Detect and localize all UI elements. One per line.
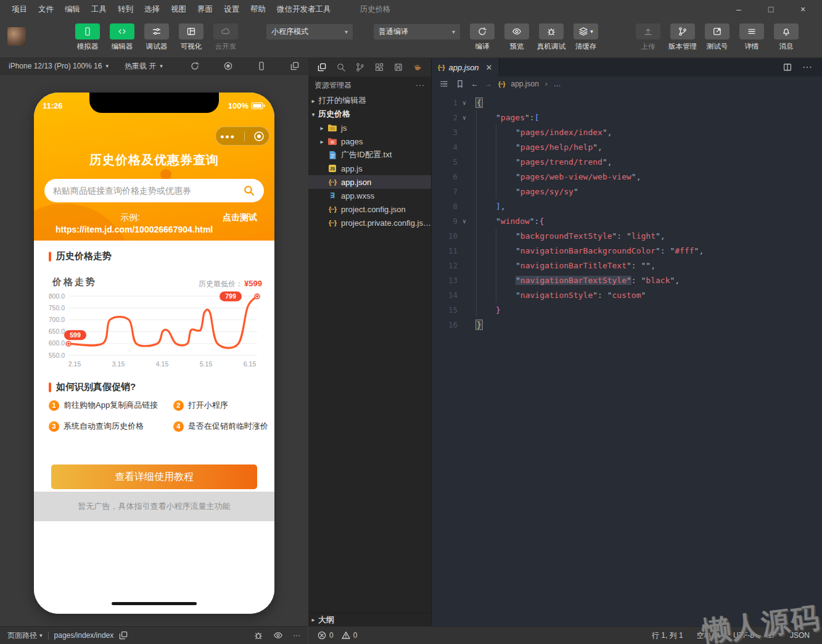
explorer-more-icon[interactable]: ··· xyxy=(416,81,425,89)
code-line-9[interactable]: 9∨"window": { xyxy=(432,213,822,228)
tree-item-project.private.config.js…[interactable]: {··}project.private.config.js… xyxy=(308,216,431,229)
code-line-8[interactable]: 8], xyxy=(432,199,822,213)
tree-section-1[interactable]: ▾历史价格 xyxy=(308,107,431,121)
teapot-icon[interactable] xyxy=(413,62,422,72)
menu-item-1[interactable]: 文件 xyxy=(33,5,59,14)
capsule-more-icon[interactable]: ●●● xyxy=(220,133,235,140)
search-input[interactable] xyxy=(53,186,243,196)
code-line-6[interactable]: 6"pages/web-view/web-view", xyxy=(432,169,822,184)
extensions-icon[interactable] xyxy=(374,62,384,72)
toolbar-button-调试器[interactable]: 调试器 xyxy=(142,23,171,51)
breadcrumb-more[interactable]: … xyxy=(554,80,561,88)
toolbar-button-模拟器[interactable]: 模拟器 xyxy=(73,23,102,51)
toolbar-button-编译[interactable]: 编译 xyxy=(467,23,497,51)
status-more-icon[interactable]: ··· xyxy=(293,631,300,640)
tree-item-广告ID配置.txt[interactable]: 广告ID配置.txt xyxy=(308,148,431,162)
user-avatar[interactable] xyxy=(7,27,26,46)
code-line-3[interactable]: 3"pages/index/index", xyxy=(432,125,822,139)
tree-item-app.js[interactable]: JSapp.js xyxy=(308,162,431,175)
encoding[interactable]: UTF-8 xyxy=(733,631,754,640)
minimize-icon[interactable]: – xyxy=(733,4,744,14)
toolbar-button-编辑器[interactable]: 编辑器 xyxy=(107,23,137,51)
fold-chevron-icon[interactable]: ∨ xyxy=(458,99,471,106)
files-icon[interactable] xyxy=(317,62,327,72)
menu-item-9[interactable]: 帮助 xyxy=(245,5,271,14)
tree-item-app.wxss[interactable]: ∃app.wxss xyxy=(308,189,431,202)
device-select[interactable]: iPhone 12/13 (Pro) 100% 16 xyxy=(9,62,102,70)
npm-icon[interactable] xyxy=(393,62,403,72)
code-line-13[interactable]: 13"navigationBarTextStyle": "black", xyxy=(432,273,822,287)
errors-indicator[interactable]: 0 xyxy=(317,630,334,640)
menu-item-5[interactable]: 选择 xyxy=(139,5,165,14)
code-line-4[interactable]: 4"pages/help/help", xyxy=(432,139,822,154)
toolbar-button-真机调试[interactable]: 真机调试 xyxy=(536,23,566,51)
editor-more-icon[interactable]: ··· xyxy=(802,62,812,73)
split-editor-icon[interactable] xyxy=(783,62,792,72)
capsule-exit-icon[interactable] xyxy=(253,131,265,142)
copy-path-icon[interactable] xyxy=(118,630,128,640)
menu-item-8[interactable]: 设置 xyxy=(218,5,245,14)
code-line-5[interactable]: 5"pages/trend/trend", xyxy=(432,154,822,169)
page-path-label[interactable]: 页面路径 xyxy=(7,630,37,641)
code-line-1[interactable]: 1∨{ xyxy=(432,95,822,110)
code-line-15[interactable]: 15} xyxy=(432,302,822,317)
tab-app-json[interactable]: {··} app.json ✕ xyxy=(432,58,499,76)
menu-item-4[interactable]: 转到 xyxy=(112,5,139,14)
search-box[interactable] xyxy=(44,179,264,202)
toolbar-button-上传[interactable]: 上传 xyxy=(633,23,663,51)
menu-item-3[interactable]: 工具 xyxy=(86,5,112,14)
hot-reload-toggle[interactable]: 热重载 开 xyxy=(125,61,156,72)
toolbar-button-预览[interactable]: 预览 xyxy=(502,23,532,51)
tree-section-0[interactable]: ▸打开的编辑器 xyxy=(308,94,431,107)
test-link[interactable]: 点击测试 xyxy=(223,212,257,223)
code-line-10[interactable]: 10"backgroundTextStyle": "light", xyxy=(432,228,822,243)
menu-item-0[interactable]: 项目 xyxy=(6,5,33,14)
toolbar-button-测试号[interactable]: 测试号 xyxy=(702,23,732,51)
code-line-14[interactable]: 14"navigationStyle": "custom" xyxy=(432,287,822,302)
record-icon[interactable] xyxy=(223,61,233,71)
multi-window-icon[interactable] xyxy=(290,61,300,71)
menu-item-2[interactable]: 编辑 xyxy=(59,5,86,14)
close-icon[interactable]: × xyxy=(797,4,808,14)
eol-setting[interactable]: LF xyxy=(768,631,776,640)
outline-list-icon[interactable] xyxy=(439,79,449,89)
menu-item-10[interactable]: 微信开发者工具 xyxy=(271,5,337,14)
code-line-16[interactable]: 16} xyxy=(432,317,822,332)
cursor-position[interactable]: 行 1, 列 1 xyxy=(652,630,683,641)
code-line-12[interactable]: 12"navigationBarTitleText": "", xyxy=(432,258,822,273)
preview-status-icon[interactable] xyxy=(273,630,283,640)
nav-back-icon[interactable]: ← xyxy=(471,80,479,88)
tree-item-app.json[interactable]: {··}app.json xyxy=(308,175,431,189)
tree-item-project.config.json[interactable]: {··}project.config.json xyxy=(308,202,431,216)
language-mode[interactable]: JSON xyxy=(790,631,810,640)
tab-close-icon[interactable]: ✕ xyxy=(486,63,493,72)
menu-item-6[interactable]: 视图 xyxy=(165,5,192,14)
nav-forward-icon[interactable]: → xyxy=(485,80,492,88)
indent-setting[interactable]: 空格: 2 xyxy=(697,630,720,641)
tree-item-pages[interactable]: ▸pages xyxy=(308,134,431,148)
code-line-2[interactable]: 2∨"pages": [ xyxy=(432,110,822,125)
tree-item-js[interactable]: ▸js xyxy=(308,121,431,134)
fold-chevron-icon[interactable]: ∨ xyxy=(458,114,471,121)
restart-icon[interactable] xyxy=(190,61,200,71)
toolbar-button-版本管理[interactable]: 版本管理 xyxy=(668,23,697,51)
maximize-icon[interactable]: □ xyxy=(765,4,776,14)
search-icon[interactable] xyxy=(243,184,255,197)
toolbar-button-消息[interactable]: 消息 xyxy=(771,23,801,51)
miniapp-capsule[interactable]: ●●● xyxy=(215,126,269,146)
git-icon[interactable] xyxy=(355,62,365,72)
tutorial-button[interactable]: 查看详细使用教程 xyxy=(51,464,257,489)
bookmark-icon[interactable] xyxy=(455,79,465,89)
code-area[interactable]: 1∨{2∨"pages": [3"pages/index/index",4"pa… xyxy=(432,91,822,626)
compile-select[interactable]: 普通编译▾ xyxy=(374,24,460,39)
outline-section[interactable]: ▸ 大纲 xyxy=(308,613,431,626)
toolbar-button-可视化[interactable]: 可视化 xyxy=(176,23,206,51)
fold-chevron-icon[interactable]: ∨ xyxy=(458,218,471,225)
search-panel-icon[interactable] xyxy=(336,62,346,72)
device-frame-icon[interactable] xyxy=(257,61,266,71)
toolbar-button-云开发[interactable]: 云开发 xyxy=(211,23,240,51)
code-line-11[interactable]: 11"navigationBarBackgroundColor": "#fff"… xyxy=(432,243,822,258)
mode-select[interactable]: 小程序模式▾ xyxy=(266,24,353,39)
code-line-7[interactable]: 7"pages/sy/sy" xyxy=(432,184,822,199)
menu-item-7[interactable]: 界面 xyxy=(192,5,218,14)
